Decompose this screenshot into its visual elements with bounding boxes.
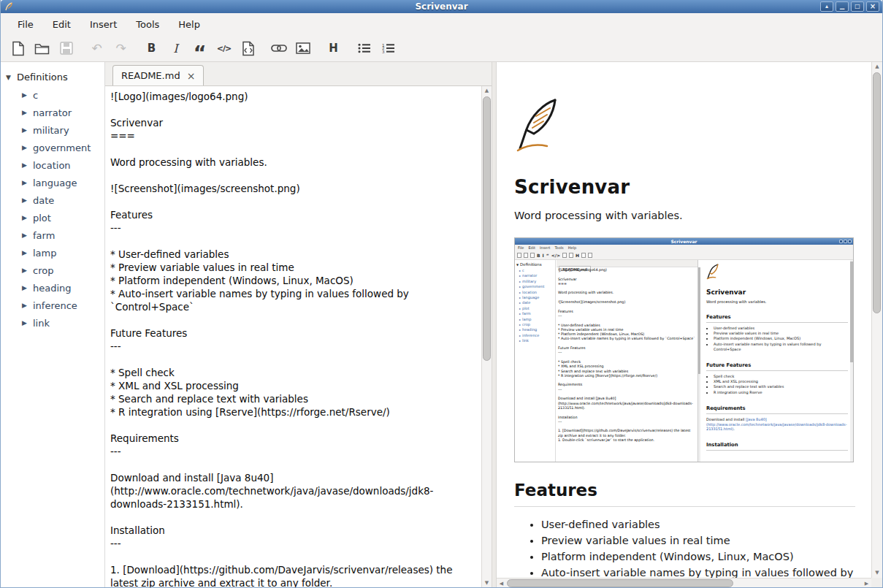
chevron-right-icon[interactable]: ▶ <box>22 126 33 134</box>
toolbar-separator <box>317 48 324 49</box>
tabbar: README.md × <box>105 62 492 86</box>
editor-body: ![Logo](images/logo64.png) Scrivenvar ==… <box>105 86 492 588</box>
chevron-right-icon[interactable]: ▶ <box>22 232 33 239</box>
tree-item-inference[interactable]: ▶inference <box>1 297 104 314</box>
scroll-up-icon[interactable]: ▲ <box>482 86 492 96</box>
code-file-icon <box>242 41 255 56</box>
shade-button[interactable]: ▴ <box>820 1 833 12</box>
chevron-right-icon[interactable]: ▶ <box>22 319 33 327</box>
tree-item-government[interactable]: ▶government <box>1 139 104 156</box>
scrollbar-corner <box>871 578 882 588</box>
tree-item-military[interactable]: ▶military <box>1 121 104 139</box>
save-button[interactable] <box>56 39 76 58</box>
chevron-down-icon[interactable]: ▼ <box>6 74 17 81</box>
scroll-down-icon[interactable]: ▼ <box>872 568 882 578</box>
chevron-right-icon[interactable]: ▶ <box>22 109 33 116</box>
chevron-right-icon[interactable]: ▶ <box>22 267 33 274</box>
mini-menu-item: Edit <box>528 245 535 251</box>
tab-close-icon[interactable]: × <box>187 71 196 81</box>
numbered-list-button[interactable]: 1 2 3 <box>378 39 398 58</box>
heading-button[interactable]: H <box>324 39 343 58</box>
editor-pane: README.md × ![Logo](images/logo64.png) S… <box>105 62 492 588</box>
tree-item-label: government <box>33 142 91 153</box>
menu-help[interactable]: Help <box>171 15 207 34</box>
tree-root-definitions[interactable]: ▼ Definitions <box>1 68 104 86</box>
pane-splitter[interactable] <box>492 62 497 588</box>
tree-root-label: Definitions <box>17 72 68 83</box>
editor-scrollbar-thumb[interactable] <box>483 96 491 361</box>
tree-item-label: date <box>33 195 54 206</box>
mini-preview: Scrivenvar Word processing with variable… <box>701 260 850 462</box>
tree-item-label: c <box>33 90 38 101</box>
open-file-button[interactable] <box>32 39 52 58</box>
code-block-button[interactable] <box>238 39 258 58</box>
tree-item-label: language <box>33 177 77 188</box>
open-folder-icon <box>34 42 50 55</box>
menu-tools[interactable]: Tools <box>129 15 167 34</box>
mini-quote-icon: “ <box>546 253 549 258</box>
chevron-right-icon[interactable]: ▶ <box>22 179 33 186</box>
new-file-button[interactable] <box>8 39 28 58</box>
tree-item-link[interactable]: ▶link <box>1 314 104 332</box>
chevron-right-icon[interactable]: ▶ <box>22 249 33 256</box>
preview-horizontal-scrollbar[interactable]: ◀ ▶ <box>497 578 871 588</box>
scroll-up-icon[interactable]: ▲ <box>872 62 882 72</box>
tree-item-plot[interactable]: ▶plot <box>1 209 104 226</box>
chevron-right-icon[interactable]: ▶ <box>22 214 33 221</box>
chevron-right-icon[interactable]: ▶ <box>22 144 33 151</box>
feature-item: User-defined variables <box>541 516 855 532</box>
editor-vertical-scrollbar[interactable]: ▲ ▼ <box>481 86 492 588</box>
new-file-icon <box>12 41 25 56</box>
bullet-list-button[interactable] <box>354 39 374 58</box>
tree-item-location[interactable]: ▶location <box>1 156 104 174</box>
tree-item-c[interactable]: ▶c <box>1 86 104 104</box>
tree-item-label: inference <box>33 300 77 311</box>
mini-preview-scrollbar <box>850 260 853 462</box>
mini-editor: README.md ![Logo](images/logo64.png) Scr… <box>557 260 698 462</box>
chevron-right-icon[interactable]: ▶ <box>22 91 33 99</box>
preview-scrollbar-thumb[interactable] <box>873 72 881 313</box>
scroll-down-icon[interactable]: ▼ <box>482 579 492 588</box>
bold-button[interactable]: B <box>142 39 161 58</box>
minimize-button[interactable]: ▁ <box>836 1 849 12</box>
tab-readme[interactable]: README.md × <box>112 65 204 85</box>
tree-item-heading[interactable]: ▶heading <box>1 279 104 297</box>
preview-hscrollbar-thumb[interactable] <box>507 579 733 587</box>
chevron-right-icon[interactable]: ▶ <box>22 284 33 291</box>
preview-vertical-scrollbar[interactable]: ▲ ▼ <box>871 62 882 578</box>
toolbar-separator <box>135 48 142 49</box>
mini-bold-icon: B <box>537 253 540 258</box>
editor-content[interactable]: ![Logo](images/logo64.png) Scrivenvar ==… <box>105 86 481 588</box>
undo-button[interactable]: ↶ <box>87 39 107 58</box>
image-button[interactable] <box>293 39 313 58</box>
chevron-right-icon[interactable]: ▶ <box>22 196 33 204</box>
link-button[interactable] <box>269 39 288 58</box>
tree-item-narrator[interactable]: ▶narrator <box>1 104 104 121</box>
tree-item-language[interactable]: ▶language <box>1 174 104 191</box>
close-button[interactable]: × <box>866 1 879 12</box>
chevron-right-icon[interactable]: ▶ <box>22 302 33 309</box>
menu-edit[interactable]: Edit <box>45 15 78 34</box>
menu-insert[interactable]: Insert <box>83 15 124 34</box>
redo-button[interactable]: ↷ <box>111 39 131 58</box>
italic-button[interactable]: I <box>166 39 186 58</box>
blockquote-button[interactable]: “ <box>190 39 210 58</box>
mini-menu-item: Tools <box>554 245 563 251</box>
toolbar-separator <box>262 48 269 49</box>
toolbar-separator <box>348 48 354 49</box>
tree-item-lamp[interactable]: ▶lamp <box>1 244 104 261</box>
tab-label: README.md <box>121 70 180 81</box>
tree-item-crop[interactable]: ▶crop <box>1 261 104 279</box>
menu-file[interactable]: File <box>10 15 41 34</box>
definitions-sidebar: ▼ Definitions ▶c ▶narrator ▶military ▶go… <box>1 62 105 588</box>
app-window: Scrivenvar ▴ ▁ □ × File Edit Insert Tool… <box>0 0 883 588</box>
scroll-right-icon[interactable]: ▶ <box>862 579 871 588</box>
maximize-button[interactable]: □ <box>851 1 864 12</box>
tree-item-farm[interactable]: ▶farm <box>1 226 104 244</box>
tree-item-date[interactable]: ▶date <box>1 191 104 209</box>
mini-menu-item: Help <box>568 245 576 251</box>
chevron-right-icon[interactable]: ▶ <box>22 161 33 169</box>
inline-code-button[interactable]: </> <box>214 39 234 58</box>
scroll-left-icon[interactable]: ◀ <box>497 579 506 588</box>
tree-item-label: farm <box>33 230 55 241</box>
